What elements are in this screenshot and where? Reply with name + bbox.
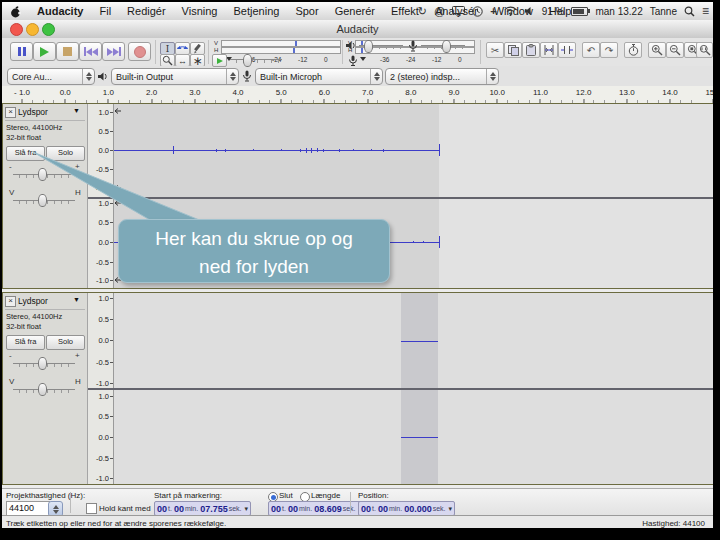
snap-to-label[interactable]: Hold kant med xyxy=(99,504,151,513)
audio-host-select[interactable]: Core Au... xyxy=(7,68,95,85)
undo-icon: ↶ xyxy=(587,45,595,56)
meter-tick xyxy=(295,41,297,46)
menu-spor[interactable]: Spor xyxy=(287,5,326,17)
record-button[interactable] xyxy=(128,42,151,61)
record-icon xyxy=(134,46,146,58)
menu-fil[interactable]: Fil xyxy=(91,5,119,17)
trim-audio-button[interactable] xyxy=(540,42,558,58)
input-volume-slider[interactable] xyxy=(442,40,451,53)
undo-button[interactable]: ↶ xyxy=(582,42,600,58)
chevron-down-icon[interactable]: ▾ xyxy=(245,505,249,513)
start-minutes[interactable]: 00 xyxy=(174,504,184,514)
length-radio-label[interactable]: Længde xyxy=(311,491,340,500)
meter-scale: -12 xyxy=(298,56,307,63)
meter-dropdown-icon[interactable] xyxy=(360,57,366,61)
play-button[interactable] xyxy=(33,42,56,61)
desktop-screen: Audacity Fil Redigér Visning Betjening S… xyxy=(2,2,713,528)
position-seconds[interactable]: 00.000 xyxy=(404,504,432,514)
apple-menu[interactable] xyxy=(2,5,29,18)
window-title: Audacity xyxy=(2,20,713,38)
step-up-icon[interactable] xyxy=(53,505,59,509)
close-track-icon[interactable]: × xyxy=(5,296,16,307)
menu-betjening[interactable]: Betjening xyxy=(226,5,288,17)
pause-button[interactable] xyxy=(10,42,33,61)
display-icon[interactable] xyxy=(452,6,465,16)
end-seconds[interactable]: 08.609 xyxy=(314,504,342,514)
meter-scale: 0 xyxy=(324,56,328,63)
pause-icon xyxy=(18,47,26,56)
move-tool-icon[interactable]: + xyxy=(490,5,496,17)
silence-audio-button[interactable] xyxy=(558,42,576,58)
cut-button[interactable]: ✂ xyxy=(486,42,504,58)
zoom-in-button[interactable] xyxy=(648,42,666,58)
play-at-speed-button[interactable] xyxy=(212,54,227,67)
meter-scale: -12 xyxy=(432,56,441,63)
redo-button[interactable]: ↷ xyxy=(600,42,618,58)
skip-to-start-button[interactable] xyxy=(79,42,102,61)
microphone-icon xyxy=(348,55,358,66)
paste-button[interactable] xyxy=(522,42,540,58)
start-hours[interactable]: 00 xyxy=(157,504,167,514)
track-bitdepth-info: 32-bit float xyxy=(6,322,41,331)
user-name[interactable]: Tanne xyxy=(650,6,677,17)
pan-left-label: V xyxy=(9,377,14,386)
zoom-window-button[interactable] xyxy=(42,23,55,36)
playback-speed-slider[interactable] xyxy=(243,54,252,67)
menu-clock-text[interactable]: man 13.22 xyxy=(595,6,642,17)
position-hours[interactable]: 00 xyxy=(361,504,371,514)
position-minutes[interactable]: 00 xyxy=(378,504,388,514)
position-field[interactable]: 00t. 00min. 00.000sek. ▾ xyxy=(358,501,455,516)
skip-to-end-button[interactable] xyxy=(102,42,125,61)
at-status-icon[interactable]: @ xyxy=(434,5,445,17)
menu-generer[interactable]: Generér xyxy=(327,5,383,17)
input-channels-select[interactable]: 2 (stereo) indsp... xyxy=(385,68,499,85)
output-device-select[interactable]: Built-in Output xyxy=(111,68,239,85)
callout-tooltip: Her kan du skrue op og ned for lyden xyxy=(118,219,390,283)
clock-icon[interactable] xyxy=(472,6,483,17)
selection-start-field[interactable]: 00t. 00min. 07.755sek. ▾ xyxy=(154,501,251,516)
battery-percentage: 91 % xyxy=(542,6,565,17)
notification-list-icon[interactable]: ≡ xyxy=(702,4,709,18)
project-rate-input[interactable]: 44100 xyxy=(6,501,50,516)
end-minutes[interactable]: 00 xyxy=(288,504,298,514)
end-hours[interactable]: 00 xyxy=(271,504,281,514)
step-down-icon[interactable] xyxy=(53,510,59,514)
minimize-window-button[interactable] xyxy=(26,23,39,36)
fit-project-button[interactable] xyxy=(696,42,713,58)
volume-icon[interactable] xyxy=(524,6,535,16)
stop-button[interactable] xyxy=(56,42,79,61)
ruler-label: 1.0 xyxy=(103,88,114,97)
menu-rediger[interactable]: Redigér xyxy=(119,5,174,17)
meter-scale: -24 xyxy=(406,56,415,63)
spotlight-search-icon[interactable] xyxy=(684,6,695,17)
selection-toolbar: Projekthastighed (Hz): 44100 Hold kant m… xyxy=(2,488,713,516)
ruler-label: 8.0 xyxy=(405,88,416,97)
menu-visning[interactable]: Visning xyxy=(174,5,226,17)
input-device-select[interactable]: Built-in Microph xyxy=(255,68,383,85)
vertical-ruler-label: 1.0 xyxy=(99,294,109,303)
sync-status-icon[interactable]: ↻ xyxy=(418,5,427,18)
silence-icon xyxy=(561,45,573,55)
close-window-button[interactable] xyxy=(10,23,23,36)
project-rate-label: Projekthastighed (Hz): xyxy=(6,491,85,500)
track-menu-dropdown-icon[interactable]: ▼ xyxy=(73,296,80,303)
start-seconds[interactable]: 07.755 xyxy=(200,504,228,514)
end-radio-label[interactable]: Slut xyxy=(279,491,293,500)
output-volume-slider[interactable] xyxy=(364,40,373,53)
gain-slider[interactable] xyxy=(38,357,47,370)
wifi-icon[interactable] xyxy=(504,6,517,16)
window-title-bar[interactable]: Audacity xyxy=(2,20,713,39)
copy-button[interactable] xyxy=(504,42,522,58)
zoom-out-button[interactable] xyxy=(666,42,684,58)
menu-audacity[interactable]: Audacity xyxy=(29,5,91,17)
sync-lock-button[interactable] xyxy=(624,42,642,58)
snap-to-checkbox[interactable] xyxy=(86,503,97,514)
ruler-label: 7.0 xyxy=(362,88,373,97)
pan-slider[interactable] xyxy=(38,383,47,396)
track2-control-panel[interactable]: × Lydspor ▼ Stereo, 44100Hz 32-bit float… xyxy=(3,293,88,484)
chevron-down-icon[interactable]: ▾ xyxy=(449,505,453,513)
track-name[interactable]: Lydspor xyxy=(18,296,48,306)
audio-track-2[interactable]: 1.00.50.0-0.5-1.01.00.50.0-0.5-1.0 × Lyd… xyxy=(2,292,713,485)
solo-button[interactable]: Solo xyxy=(46,335,85,350)
mute-button[interactable]: Slå fra xyxy=(6,335,45,350)
